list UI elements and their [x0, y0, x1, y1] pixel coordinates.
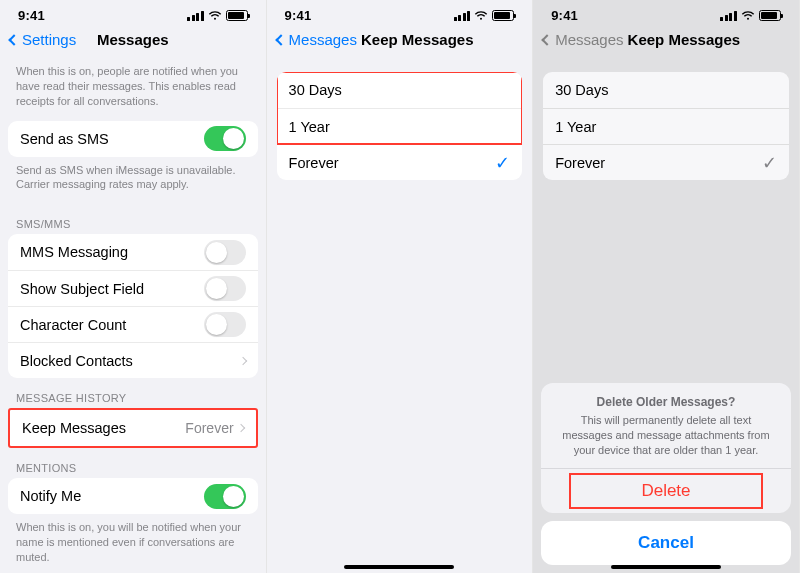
sheet-title: Delete Older Messages?	[559, 395, 773, 409]
cell-notify-me[interactable]: Notify Me	[8, 478, 258, 514]
action-sheet: Delete Older Messages? This will permane…	[541, 383, 791, 565]
back-button[interactable]: Messages	[277, 31, 357, 48]
cancel-button[interactable]: Cancel	[541, 521, 791, 565]
chevron-right-icon	[236, 424, 244, 432]
cell-mms-messaging[interactable]: MMS Messaging	[8, 234, 258, 270]
keep-messages-value: Forever	[185, 420, 243, 436]
wifi-icon	[474, 11, 488, 21]
status-time: 9:41	[551, 8, 578, 23]
status-right	[187, 10, 248, 21]
cancel-label: Cancel	[638, 533, 694, 552]
cell-char-count[interactable]: Character Count	[8, 306, 258, 342]
option-30-days: 30 Days	[543, 72, 789, 108]
battery-icon	[492, 10, 514, 21]
cellular-icon	[454, 11, 471, 21]
opt-1y-label: 1 Year	[289, 119, 330, 135]
home-indicator	[611, 565, 721, 569]
sheet-header: Delete Older Messages? This will permane…	[541, 383, 791, 468]
chevron-left-icon	[542, 34, 553, 45]
cell-show-subject[interactable]: Show Subject Field	[8, 270, 258, 306]
option-30-days[interactable]: 30 Days	[277, 72, 523, 108]
notify-me-label: Notify Me	[20, 488, 81, 504]
cellular-icon	[720, 11, 737, 21]
mms-label: MMS Messaging	[20, 244, 128, 260]
send-as-sms-toggle[interactable]	[204, 126, 246, 151]
status-time: 9:41	[18, 8, 45, 23]
cellular-icon	[187, 11, 204, 21]
keep-messages-label: Keep Messages	[22, 420, 126, 436]
status-bar: 9:41	[267, 0, 533, 27]
send-sms-footer: Send as SMS when iMessage is unavailable…	[0, 157, 266, 205]
screen-delete-sheet: 9:41 Messages Keep Messages 30 Days 1 Ye…	[533, 0, 800, 573]
status-right	[720, 10, 781, 21]
back-label: Messages	[289, 31, 357, 48]
option-forever[interactable]: Forever ✓	[277, 144, 523, 180]
opt-forever-label: Forever	[289, 155, 339, 171]
chevron-right-icon	[238, 356, 246, 364]
group-smsmms: MMS Messaging Show Subject Field Charact…	[8, 234, 258, 378]
blocked-label: Blocked Contacts	[20, 353, 133, 369]
status-right	[454, 10, 515, 21]
header-history: MESSAGE HISTORY	[0, 378, 266, 408]
nav-bar: Settings Messages	[0, 27, 266, 58]
group-mentions: Notify Me	[8, 478, 258, 514]
send-as-sms-label: Send as SMS	[20, 131, 109, 147]
show-subject-toggle[interactable]	[204, 276, 246, 301]
opt-forever-label: Forever	[555, 155, 605, 171]
status-bar: 9:41	[0, 0, 266, 27]
cell-blocked-contacts[interactable]: Blocked Contacts	[8, 342, 258, 378]
header-smsmms: SMS/MMS	[0, 204, 266, 234]
delete-label: Delete	[641, 481, 690, 500]
header-mentions: MENTIONS	[0, 448, 266, 478]
screen-messages-settings: 9:41 Settings Messages When this is on, …	[0, 0, 267, 573]
back-button: Messages	[543, 31, 623, 48]
char-count-label: Character Count	[20, 317, 126, 333]
cell-keep-messages[interactable]: Keep Messages Forever	[10, 410, 256, 446]
wifi-icon	[208, 11, 222, 21]
checkmark-icon: ✓	[762, 152, 777, 174]
status-time: 9:41	[285, 8, 312, 23]
screen-keep-messages: 9:41 Messages Keep Messages 30 Days 1 Ye…	[267, 0, 534, 573]
chevron-left-icon	[275, 34, 286, 45]
opt-30-label: 30 Days	[555, 82, 608, 98]
group-keep-options-dim: 30 Days 1 Year Forever ✓	[543, 72, 789, 180]
notify-footer: When this is on, you will be notified wh…	[0, 514, 266, 573]
opt-30-label: 30 Days	[289, 82, 342, 98]
nav-bar: Messages Keep Messages	[533, 27, 799, 58]
battery-icon	[226, 10, 248, 21]
nav-title: Keep Messages	[628, 31, 789, 48]
sheet-message: This will permanently delete all text me…	[559, 413, 773, 458]
option-1-year[interactable]: 1 Year	[277, 108, 523, 144]
nav-bar: Messages Keep Messages	[267, 27, 533, 58]
checkmark-icon: ✓	[495, 152, 510, 174]
show-subject-label: Show Subject Field	[20, 281, 144, 297]
group-keep-options: 30 Days 1 Year Forever ✓	[277, 72, 523, 180]
option-forever: Forever ✓	[543, 144, 789, 180]
read-receipts-footer: When this is on, people are notified whe…	[0, 58, 266, 121]
notify-me-toggle[interactable]	[204, 484, 246, 509]
status-bar: 9:41	[533, 0, 799, 27]
option-1-year: 1 Year	[543, 108, 789, 144]
delete-button[interactable]: Delete	[541, 468, 791, 513]
char-count-toggle[interactable]	[204, 312, 246, 337]
nav-title: Messages	[10, 31, 256, 48]
group-send-sms: Send as SMS	[8, 121, 258, 157]
back-label: Messages	[555, 31, 623, 48]
sheet-card: Delete Older Messages? This will permane…	[541, 383, 791, 513]
battery-icon	[759, 10, 781, 21]
group-keep-messages: Keep Messages Forever	[8, 408, 258, 448]
mms-toggle[interactable]	[204, 240, 246, 265]
nav-title: Keep Messages	[361, 31, 522, 48]
wifi-icon	[741, 11, 755, 21]
cell-send-as-sms[interactable]: Send as SMS	[8, 121, 258, 157]
opt-1y-label: 1 Year	[555, 119, 596, 135]
home-indicator	[344, 565, 454, 569]
